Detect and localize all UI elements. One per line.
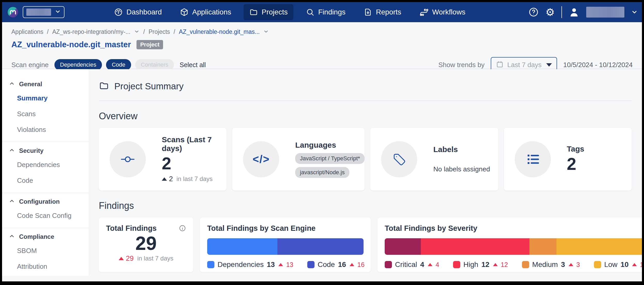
legend-swatch: [385, 261, 392, 268]
nav-item-label: Projects: [262, 8, 288, 16]
report-icon: [364, 8, 372, 17]
overview-card-scans-last-7-days-: Scans (Last 7 days)22in last 7 days: [99, 128, 227, 191]
trend-up-icon: [493, 263, 498, 266]
calendar-icon: [496, 60, 504, 69]
caret-down-icon: [546, 63, 552, 67]
sidebar-item-code[interactable]: Code: [2, 173, 89, 188]
trend-up-icon: [278, 263, 283, 266]
sidebar-item-violations[interactable]: Violations: [2, 122, 89, 138]
nav-item-label: Dashboard: [126, 8, 162, 16]
legend-item-code: Code1616: [307, 260, 365, 269]
breadcrumb-separator: /: [143, 28, 145, 35]
scan-engine-pill-code[interactable]: Code: [106, 59, 131, 70]
trend-up-icon: [162, 177, 167, 181]
sidebar-section-title: General: [19, 81, 42, 88]
gear-icon[interactable]: ⚙: [545, 7, 555, 17]
nav-item-label: Findings: [318, 8, 345, 16]
nav-item-findings[interactable]: Findings: [300, 4, 351, 20]
avatar-icon[interactable]: [569, 7, 579, 18]
overview-card-value: 2: [567, 154, 584, 174]
overview-card-title: Scans (Last 7 days): [162, 135, 227, 153]
bar-segment-medium: [529, 238, 557, 255]
sidebar-item-code-scan-config[interactable]: Code Scan Config: [2, 208, 89, 224]
top-navigation-bar: DashboardApplicationsProjectsFindingsRep…: [2, 2, 642, 22]
chevron-down-icon[interactable]: [134, 28, 140, 36]
overview-card-title: Languages: [295, 141, 365, 149]
legend-item-dependencies: Dependencies1313: [207, 260, 293, 269]
sidebar-item-summary[interactable]: Summary: [2, 90, 89, 106]
breadcrumb-item[interactable]: Applications: [11, 28, 43, 35]
overview-card-body: LanguagesJavaScript / TypeScript*javascr…: [295, 141, 365, 178]
legend-value: 12: [481, 260, 489, 269]
legend-label: Code: [318, 260, 335, 269]
bar-segment-code: [277, 238, 364, 255]
trend-up-icon: [569, 263, 573, 266]
tag-icon: [381, 141, 417, 177]
nav-item-dashboard[interactable]: Dashboard: [108, 4, 167, 20]
trend-up-icon: [632, 263, 637, 266]
project-type-badge: Project: [136, 40, 163, 49]
select-all-button[interactable]: Select all: [180, 61, 206, 69]
divider: [561, 6, 562, 18]
legend-swatch: [522, 261, 529, 268]
sidebar-item-scans[interactable]: Scans: [2, 106, 89, 122]
divider: [99, 101, 632, 101]
nav-item-projects[interactable]: Projects: [244, 4, 293, 20]
sidebar-section-header-general[interactable]: General: [2, 78, 89, 90]
language-tag: javascript/Node.js: [295, 167, 349, 178]
chevron-down-icon[interactable]: [263, 28, 269, 36]
scan-engine-pill-containers[interactable]: Containers: [135, 59, 174, 70]
overview-card-title: Tags: [567, 145, 584, 153]
bar-segment-low: [557, 238, 642, 255]
chevron-up-icon: [9, 233, 15, 240]
breadcrumb-item[interactable]: AZ_vulnerable-node.git_mas...: [179, 28, 260, 35]
legend-item-critical: Critical44: [385, 260, 439, 269]
breadcrumb-item[interactable]: Projects: [149, 28, 170, 35]
legend-trend-value: 13: [286, 261, 293, 268]
sidebar-section-header-configuration[interactable]: Configuration: [2, 195, 89, 208]
org-selector[interactable]: [23, 6, 65, 18]
nav-item-reports[interactable]: Reports: [358, 4, 407, 20]
chevron-down-icon: [55, 9, 61, 16]
legend-item-low: Low1010: [594, 260, 642, 269]
sidebar-item-sbom[interactable]: SBOM: [2, 243, 89, 259]
user-menu-chevron-icon[interactable]: [631, 9, 638, 15]
folder-icon: [249, 8, 258, 17]
legend-trend-value: 3: [576, 261, 580, 268]
sidebar-item-dependencies[interactable]: Dependencies: [2, 157, 89, 173]
sidebar-section-header-security[interactable]: Security: [2, 145, 89, 157]
overview-card-title: Labels: [433, 145, 490, 154]
help-icon[interactable]: [528, 7, 539, 17]
legend-value: 4: [420, 260, 424, 269]
sidebar-section-title: Security: [19, 147, 44, 154]
breadcrumb-item[interactable]: AZ_ws-repo-integration/my-...: [52, 28, 130, 35]
sidebar-section-title: Compliance: [19, 233, 54, 240]
scan-engine-pill-dependencies[interactable]: Dependencies: [54, 59, 102, 70]
cube-icon: [180, 8, 189, 17]
findings-cards: Total Findings 29 29 in last 7 days T: [99, 217, 632, 272]
page-title: AZ_vulnerable-node.git_master: [11, 40, 131, 49]
sidebar: GeneralSummaryScansViolationsSecurityDep…: [2, 69, 89, 276]
nav-item-applications[interactable]: Applications: [174, 4, 237, 20]
sidebar-section-header-compliance[interactable]: Compliance: [2, 231, 89, 243]
language-tags: JavaScript / TypeScript*javascript/Node.…: [295, 153, 365, 178]
by-engine-title: Total Findings by Scan Engine: [207, 224, 316, 233]
total-findings-trend: 29 in last 7 days: [106, 255, 186, 263]
legend-item-high: High1212: [453, 260, 508, 269]
nav-item-workflows[interactable]: Workflows: [414, 4, 471, 20]
info-icon[interactable]: [179, 225, 186, 233]
sidebar-section-security: SecurityDependenciesCode: [2, 142, 89, 193]
overview-card-body: LabelsNo labels assigned: [433, 145, 490, 173]
legend-swatch: [207, 261, 214, 268]
mend-logo-icon[interactable]: [7, 6, 19, 18]
sidebar-item-attribution[interactable]: Attribution: [2, 259, 89, 274]
legend-trend-value: 16: [357, 261, 365, 268]
nav-item-label: Applications: [192, 8, 231, 16]
overview-heading: Overview: [99, 111, 632, 122]
sidebar-section-compliance: ComplianceSBOMAttribution: [2, 228, 89, 279]
nav-item-label: Reports: [376, 8, 401, 16]
by-severity-title: Total Findings by Severity: [385, 224, 477, 233]
trend-period-value: Last 7 days: [507, 61, 542, 69]
bar-segment-dependencies: [207, 238, 277, 255]
overview-card-labels: LabelsNo labels assigned: [370, 128, 498, 191]
